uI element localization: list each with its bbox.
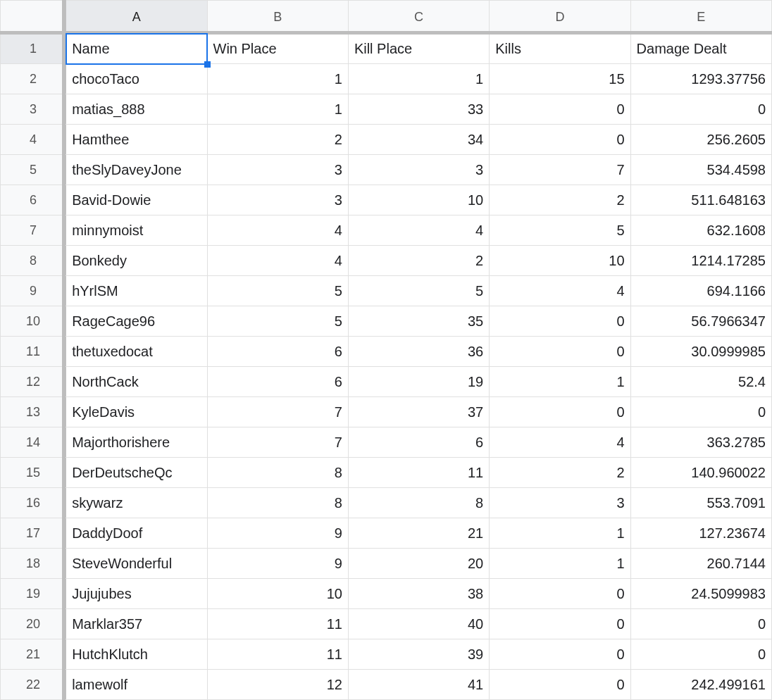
cell-B2[interactable]: 1 [207,64,348,94]
cell-D11[interactable]: 0 [490,337,630,367]
column-header-A[interactable]: A [66,1,207,34]
cell-A14[interactable]: Majorthorishere [66,427,207,458]
cell-E15[interactable]: 140.960022 [630,458,771,488]
row-header-14[interactable]: 14 [1,427,66,458]
cell-D1[interactable]: Kills [490,34,630,64]
cell-A16[interactable]: skywarz [66,488,207,518]
cell-D16[interactable]: 3 [490,488,630,518]
row-header-22[interactable]: 22 [1,670,66,700]
cell-C5[interactable]: 3 [348,155,489,185]
cell-C22[interactable]: 41 [348,670,489,700]
cell-B21[interactable]: 11 [207,639,348,670]
row-header-8[interactable]: 8 [1,246,66,276]
cell-B15[interactable]: 8 [207,458,348,488]
cell-D19[interactable]: 0 [490,579,630,609]
cell-D15[interactable]: 2 [490,458,630,488]
row-header-5[interactable]: 5 [1,155,66,185]
cell-E10[interactable]: 56.7966347 [630,306,771,337]
cell-A3[interactable]: matias_888 [66,94,207,125]
row-header-21[interactable]: 21 [1,639,66,670]
row-header-20[interactable]: 20 [1,609,66,639]
cell-B22[interactable]: 12 [207,670,348,700]
cell-E7[interactable]: 632.1608 [630,215,771,246]
cell-D3[interactable]: 0 [490,94,630,125]
cell-B20[interactable]: 11 [207,609,348,639]
row-header-3[interactable]: 3 [1,94,66,125]
cell-C21[interactable]: 39 [348,639,489,670]
cell-B1[interactable]: Win Place [207,34,348,64]
cell-C13[interactable]: 37 [348,397,489,427]
cell-D20[interactable]: 0 [490,609,630,639]
cell-E13[interactable]: 0 [630,397,771,427]
cell-E12[interactable]: 52.4 [630,367,771,397]
cell-B3[interactable]: 1 [207,94,348,125]
cell-C2[interactable]: 1 [348,64,489,94]
cell-C11[interactable]: 36 [348,337,489,367]
cell-A2[interactable]: chocoTaco [66,64,207,94]
cell-B16[interactable]: 8 [207,488,348,518]
cell-C3[interactable]: 33 [348,94,489,125]
row-header-10[interactable]: 10 [1,306,66,337]
row-header-11[interactable]: 11 [1,337,66,367]
cell-C6[interactable]: 10 [348,185,489,215]
cell-D18[interactable]: 1 [490,549,630,579]
cell-A15[interactable]: DerDeutscheQc [66,458,207,488]
cell-E1[interactable]: Damage Dealt [630,34,771,64]
cell-D8[interactable]: 10 [490,246,630,276]
cell-E5[interactable]: 534.4598 [630,155,771,185]
cell-C17[interactable]: 21 [348,518,489,549]
cell-E20[interactable]: 0 [630,609,771,639]
cell-A19[interactable]: Jujujubes [66,579,207,609]
column-header-C[interactable]: C [348,1,489,34]
cell-D5[interactable]: 7 [490,155,630,185]
cell-B12[interactable]: 6 [207,367,348,397]
cell-C9[interactable]: 5 [348,276,489,306]
cell-C15[interactable]: 11 [348,458,489,488]
row-header-7[interactable]: 7 [1,215,66,246]
cell-E8[interactable]: 1214.17285 [630,246,771,276]
cell-B17[interactable]: 9 [207,518,348,549]
row-header-17[interactable]: 17 [1,518,66,549]
cell-B10[interactable]: 5 [207,306,348,337]
cell-E6[interactable]: 511.648163 [630,185,771,215]
cell-A22[interactable]: lamewolf [66,670,207,700]
cell-A10[interactable]: RageCage96 [66,306,207,337]
cell-A6[interactable]: Bavid-Dowie [66,185,207,215]
cell-C18[interactable]: 20 [348,549,489,579]
row-header-18[interactable]: 18 [1,549,66,579]
cell-C20[interactable]: 40 [348,609,489,639]
cell-B5[interactable]: 3 [207,155,348,185]
cell-D6[interactable]: 2 [490,185,630,215]
cell-C7[interactable]: 4 [348,215,489,246]
cell-E19[interactable]: 24.5099983 [630,579,771,609]
cell-B19[interactable]: 10 [207,579,348,609]
cell-B6[interactable]: 3 [207,185,348,215]
row-header-15[interactable]: 15 [1,458,66,488]
cell-E4[interactable]: 256.2605 [630,125,771,155]
row-header-6[interactable]: 6 [1,185,66,215]
cell-A18[interactable]: SteveWonderful [66,549,207,579]
column-header-E[interactable]: E [630,1,771,34]
cell-E14[interactable]: 363.2785 [630,427,771,458]
cell-A12[interactable]: NorthCack [66,367,207,397]
row-header-4[interactable]: 4 [1,125,66,155]
cell-C8[interactable]: 2 [348,246,489,276]
cell-D9[interactable]: 4 [490,276,630,306]
cell-B13[interactable]: 7 [207,397,348,427]
cell-E21[interactable]: 0 [630,639,771,670]
cell-D2[interactable]: 15 [490,64,630,94]
cell-B11[interactable]: 6 [207,337,348,367]
cell-B4[interactable]: 2 [207,125,348,155]
cell-B7[interactable]: 4 [207,215,348,246]
cell-E22[interactable]: 242.499161 [630,670,771,700]
row-header-12[interactable]: 12 [1,367,66,397]
cell-A8[interactable]: Bonkedy [66,246,207,276]
cell-C14[interactable]: 6 [348,427,489,458]
cell-A11[interactable]: thetuxedocat [66,337,207,367]
cell-A20[interactable]: Marklar357 [66,609,207,639]
cell-A5[interactable]: theSlyDaveyJone [66,155,207,185]
cell-C19[interactable]: 38 [348,579,489,609]
cell-A17[interactable]: DaddyDoof [66,518,207,549]
cell-A7[interactable]: minnymoist [66,215,207,246]
row-header-2[interactable]: 2 [1,64,66,94]
